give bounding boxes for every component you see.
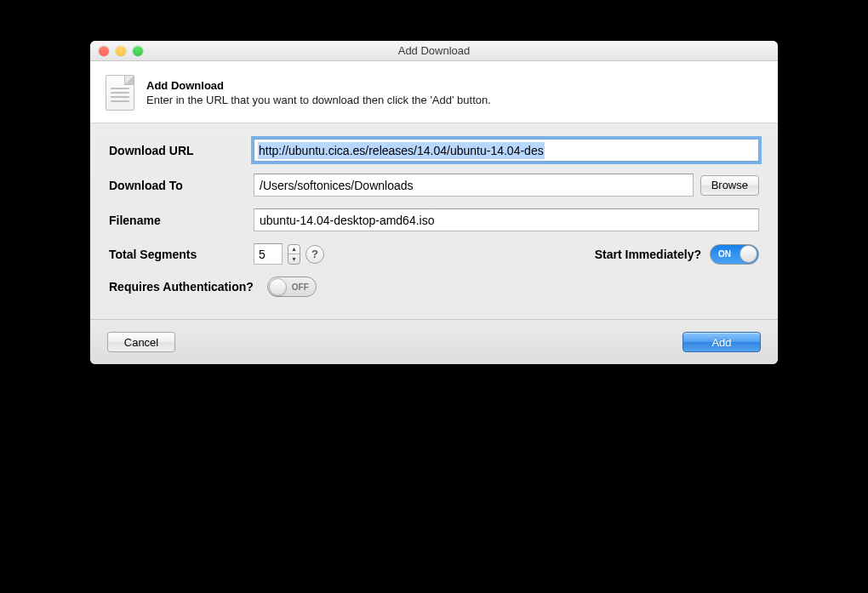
download-url-label: Download URL	[109, 144, 245, 157]
add-button[interactable]: Add	[682, 332, 761, 352]
chevron-down-icon[interactable]: ▼	[288, 254, 300, 264]
window-title: Add Download	[90, 44, 778, 57]
header-subtitle: Enter in the URL that you want to downlo…	[146, 94, 491, 106]
header-title: Add Download	[146, 79, 491, 92]
segments-stepper[interactable]: ▲ ▼	[288, 244, 300, 265]
titlebar[interactable]: Add Download	[90, 41, 778, 61]
requires-auth-label: Requires Authentication?	[109, 280, 254, 294]
start-immediately-toggle[interactable]: ON	[710, 244, 759, 265]
toggle-knob-icon	[269, 278, 287, 296]
download-url-value: http://ubuntu.cica.es/releases/14.04/ubu…	[258, 142, 545, 159]
filename-label: Filename	[109, 214, 245, 227]
document-icon	[106, 75, 134, 111]
total-segments-input[interactable]	[254, 243, 283, 265]
dialog-header: Add Download Enter in the URL that you w…	[90, 61, 778, 123]
filename-input[interactable]	[254, 208, 759, 231]
cancel-button[interactable]: Cancel	[107, 332, 175, 352]
download-to-label: Download To	[109, 179, 245, 192]
download-url-input[interactable]: http://ubuntu.cica.es/releases/14.04/ubu…	[254, 139, 759, 162]
help-button[interactable]: ?	[306, 245, 324, 264]
download-to-input[interactable]	[254, 174, 694, 197]
dialog-body: Download URL http://ubuntu.cica.es/relea…	[90, 123, 778, 319]
add-download-dialog: Add Download Add Download Enter in the U…	[90, 41, 778, 364]
toggle-knob-icon	[740, 245, 757, 263]
dialog-footer: Cancel Add	[90, 319, 778, 364]
chevron-up-icon[interactable]: ▲	[288, 245, 300, 255]
requires-auth-toggle[interactable]: OFF	[267, 277, 317, 297]
browse-button[interactable]: Browse	[700, 175, 759, 196]
total-segments-label: Total Segments	[109, 248, 245, 261]
start-immediately-label: Start Immediately?	[595, 248, 701, 261]
